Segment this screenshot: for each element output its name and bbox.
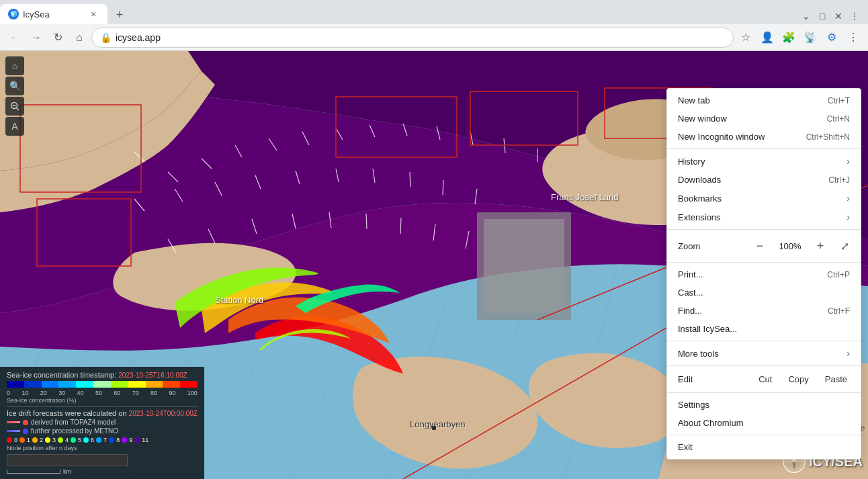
cut-button[interactable]: Cut <box>750 372 780 387</box>
paste-button[interactable]: Paste <box>817 372 855 387</box>
menu-item-settings[interactable]: Settings <box>667 396 861 414</box>
profile-button[interactable]: 👤 <box>758 28 777 47</box>
extensions-button[interactable]: 🧩 <box>779 28 798 47</box>
home-tool-button[interactable]: ⌂ <box>5 56 24 75</box>
menu-divider-3 <box>667 262 861 263</box>
svg-rect-53 <box>484 219 564 313</box>
menu-find-label: Find... <box>678 306 702 316</box>
drift-day-2 <box>32 437 38 443</box>
menu-new-tab-label: New tab <box>678 95 710 105</box>
zoom-minus-button[interactable]: − <box>749 235 771 257</box>
search-panel <box>7 454 198 466</box>
concentration-section: Sea-ice concentration timestamp: 2023-10… <box>7 371 198 404</box>
grad-3 <box>58 381 76 388</box>
edit-label: Edit <box>672 374 750 384</box>
active-tab[interactable]: 🧊 IcySea × <box>0 4 107 24</box>
zoom-expand-button[interactable]: ⤢ <box>834 235 855 257</box>
drift-day-3 <box>45 437 50 443</box>
menu-item-print[interactable]: Print... Ctrl+P <box>667 265 861 284</box>
address-bar[interactable]: 🔒 icysea.app <box>91 28 734 48</box>
processed-dot <box>23 429 28 434</box>
svg-line-66 <box>17 108 19 111</box>
reload-button[interactable]: ↻ <box>48 28 67 47</box>
drift-day-11 <box>134 437 140 443</box>
map-toolbar: ⌂ 🔍 A <box>5 56 24 136</box>
menu-button[interactable]: ⋮ <box>844 28 863 47</box>
derived-label: derived from TOPAZ4 model <box>31 419 116 426</box>
drift-label: Ice drift forecasts were calculated on 2… <box>7 409 198 417</box>
grad-1 <box>24 381 42 388</box>
tab-close-button[interactable]: × <box>87 8 99 20</box>
menu-item-about-chromium[interactable]: About Chromium <box>667 414 861 432</box>
longyearbyen-dot <box>432 426 436 430</box>
menu-new-tab-shortcut: Ctrl+T <box>828 96 850 105</box>
processed-line <box>7 430 20 432</box>
drift-day-6 <box>83 437 89 443</box>
processed-row: further processed by METNO <box>7 427 198 435</box>
menu-item-history[interactable]: History › <box>667 152 861 171</box>
drift-section: Ice drift forecasts were calculated on 2… <box>7 409 198 451</box>
window-controls: ⌄ □ ✕ ⋮ <box>798 8 868 24</box>
menu-item-more-tools[interactable]: More tools › <box>667 344 861 363</box>
drift-day-4 <box>58 437 63 443</box>
menu-item-new-tab[interactable]: New tab Ctrl+T <box>667 91 861 110</box>
grad-8 <box>146 381 163 388</box>
scale-bar-container: km <box>7 468 198 475</box>
menu-extensions-label: Extensions <box>678 212 721 222</box>
menu-item-find[interactable]: Find... Ctrl+F <box>667 302 861 320</box>
context-menu: New tab Ctrl+T New window Ctrl+N New Inc… <box>666 88 861 460</box>
url-text: icysea.app <box>116 32 161 43</box>
menu-item-cast[interactable]: Cast... <box>667 284 861 302</box>
map-container[interactable]: Frans Josef Land Station Nord Longyearby… <box>0 51 868 479</box>
settings-ext-button[interactable]: ⚙ <box>822 28 841 47</box>
menu-item-bookmarks[interactable]: Bookmarks › <box>667 189 861 208</box>
grad-4 <box>76 381 93 388</box>
forward-button[interactable]: → <box>27 28 46 47</box>
home-button[interactable]: ⌂ <box>70 28 89 47</box>
menu-divider-5 <box>667 365 861 366</box>
menu-extensions-arrow: › <box>847 212 850 222</box>
menu-divider-7 <box>667 435 861 435</box>
window-maximize[interactable]: □ <box>814 8 830 24</box>
derived-line <box>7 421 20 423</box>
menu-print-label: Print... <box>678 269 703 279</box>
copy-button[interactable]: Copy <box>780 372 816 387</box>
menu-downloads-shortcut: Ctrl+J <box>828 175 850 185</box>
coordinate-input[interactable] <box>7 454 128 466</box>
menu-install-label: Install IcySea... <box>678 324 737 334</box>
tab-favicon: 🧊 <box>8 9 19 19</box>
zoom-in-tool-button[interactable]: 🔍 <box>5 77 24 95</box>
back-button[interactable]: ← <box>5 28 24 47</box>
menu-history-label: History <box>678 157 705 167</box>
drift-day-1 <box>19 437 25 443</box>
bookmark-button[interactable]: ☆ <box>736 28 755 47</box>
new-tab-button[interactable]: + <box>110 5 129 24</box>
locate-tool-button[interactable]: A <box>5 117 24 136</box>
derived-row: derived from TOPAZ4 model <box>7 419 198 426</box>
menu-item-new-window[interactable]: New window Ctrl+N <box>667 110 861 128</box>
zoom-plus-button[interactable]: + <box>810 235 831 257</box>
zoom-out-tool-button[interactable] <box>5 97 24 116</box>
menu-item-extensions[interactable]: Extensions › <box>667 208 861 226</box>
toolbar-actions: ☆ 👤 🧩 📡 ⚙ ⋮ <box>736 28 863 47</box>
menu-more-tools-arrow: › <box>847 348 850 359</box>
menu-divider-1 <box>667 148 861 149</box>
zoom-label: Zoom <box>672 241 746 251</box>
menu-new-window-shortcut: Ctrl+N <box>827 114 850 124</box>
grad-5 <box>93 381 111 388</box>
menu-new-window-label: New window <box>678 114 727 124</box>
menu-item-new-incognito[interactable]: New Incognito window Ctrl+Shift+N <box>667 128 861 146</box>
grad-7 <box>128 381 146 388</box>
window-settings[interactable]: ⋮ <box>847 8 863 24</box>
window-minimize[interactable]: ⌄ <box>798 8 814 24</box>
scale-bar <box>7 470 60 474</box>
menu-settings-label: Settings <box>678 400 709 410</box>
drift-timestamp: 2023-10-24T00:00:00Z <box>129 410 198 417</box>
menu-item-exit[interactable]: Exit <box>667 438 861 456</box>
menu-item-downloads[interactable]: Downloads Ctrl+J <box>667 171 861 189</box>
cast-button[interactable]: 📡 <box>801 28 820 47</box>
window-close[interactable]: ✕ <box>830 8 847 24</box>
menu-bookmarks-arrow: › <box>847 193 850 204</box>
menu-item-install[interactable]: Install IcySea... <box>667 320 861 338</box>
drift-day-8 <box>109 437 114 443</box>
